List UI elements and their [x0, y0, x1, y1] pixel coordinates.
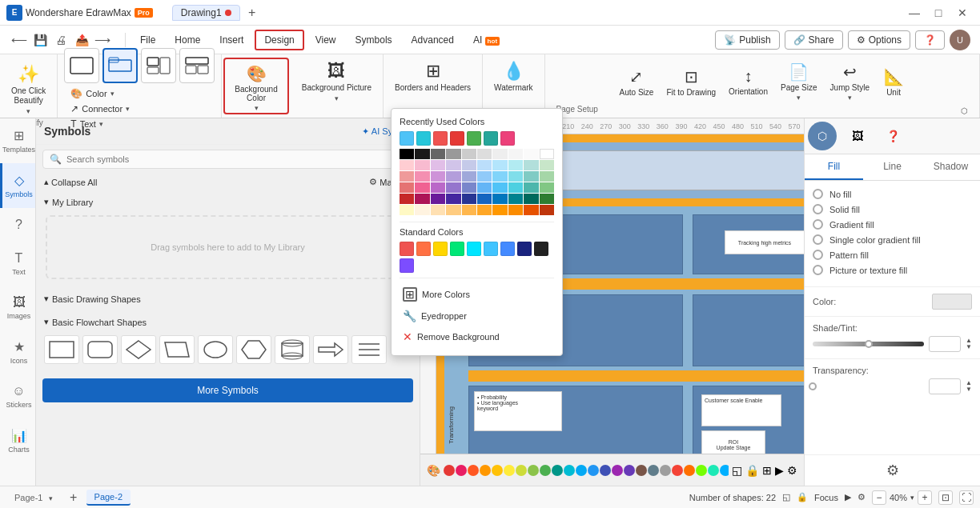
color-dot[interactable]	[648, 465, 659, 476]
cp-cell[interactable]	[431, 205, 445, 215]
box-5[interactable]: • Probability • Use languages keyword	[468, 386, 683, 454]
menu-advanced[interactable]: Advanced	[404, 31, 462, 49]
transparency-percent-input[interactable]: 0 %	[929, 378, 961, 394]
cp-cell[interactable]	[492, 160, 507, 170]
box-4[interactable]	[693, 294, 804, 366]
shape-btn-1[interactable]	[64, 48, 99, 83]
cp-color-6[interactable]	[484, 131, 498, 146]
more-symbols-btn[interactable]: More Symbols	[42, 378, 413, 402]
menu-symbols[interactable]: Symbols	[347, 31, 400, 49]
cp-cell[interactable]	[540, 182, 554, 193]
color-dot[interactable]	[600, 465, 611, 476]
fill-gradient[interactable]: Gradient fill	[813, 219, 972, 230]
shape-btn-3[interactable]	[141, 48, 176, 83]
cp-cell[interactable]	[524, 171, 538, 182]
add-page-btn[interactable]: +	[66, 490, 82, 506]
borders-btn[interactable]: ⊞ Borders and Headers	[388, 58, 477, 96]
help-mode-icon[interactable]: ❓	[878, 122, 907, 150]
shape-item-parallelogram[interactable]	[159, 335, 195, 364]
bg-color-btn[interactable]: 🎨 BackgroundColor ▾	[228, 61, 283, 115]
zoom-in-btn[interactable]: +	[918, 490, 932, 505]
save-btn[interactable]: 💾	[30, 30, 50, 50]
color-dot[interactable]	[696, 465, 707, 476]
cp-cell[interactable]	[492, 182, 507, 193]
cp-cell[interactable]	[415, 205, 429, 215]
cp-std-9[interactable]	[534, 242, 548, 256]
bg-picture-btn[interactable]: 🖼 Background Picture ▾	[295, 58, 378, 106]
options-btn[interactable]: ⚙ Options	[848, 30, 910, 50]
cp-cell[interactable]	[508, 182, 523, 193]
color-dot[interactable]	[504, 465, 515, 476]
play-icon[interactable]: ▶	[775, 464, 784, 477]
auto-size-btn[interactable]: ⤢ Auto Size	[615, 64, 659, 100]
transparency-down-arrow[interactable]: ▼	[966, 386, 972, 393]
sidebar-tab-images[interactable]: 🖼 Images	[0, 286, 35, 330]
cp-cell[interactable]	[477, 171, 492, 182]
fill-single-gradient[interactable]: Single color gradient fill	[813, 234, 972, 245]
cp-cell[interactable]	[508, 194, 523, 204]
fit-page-btn[interactable]: ⊡	[938, 490, 953, 505]
menu-view[interactable]: View	[307, 31, 344, 49]
layers-ctrl[interactable]: ◱	[782, 492, 790, 502]
my-library-title[interactable]: ▾ My Library	[42, 194, 413, 210]
share-btn[interactable]: 🔗 Share	[785, 30, 843, 50]
layers-icon[interactable]: ◱	[732, 464, 742, 477]
cp-std-3[interactable]	[433, 242, 448, 256]
image-mode-icon[interactable]: 🖼	[843, 122, 872, 150]
cp-cell[interactable]	[524, 205, 538, 215]
cp-std-6[interactable]	[484, 242, 498, 256]
cp-cell[interactable]	[400, 205, 414, 215]
cp-cell[interactable]	[415, 160, 429, 170]
shade-down-arrow[interactable]: ▼	[966, 344, 972, 350]
color-dot[interactable]	[468, 465, 479, 476]
cp-cell[interactable]	[477, 182, 492, 193]
shade-percent-input[interactable]: 0 %	[929, 336, 961, 352]
cp-cell[interactable]	[431, 160, 445, 170]
lock-icon[interactable]: 🔒	[745, 464, 759, 477]
cp-std-5[interactable]	[467, 242, 481, 256]
cp-cell[interactable]	[492, 149, 507, 159]
tab-shadow[interactable]: Shadow	[922, 154, 980, 180]
fill-solid[interactable]: Solid fill	[813, 204, 972, 214]
page-setup-expand[interactable]: ⬡	[961, 106, 968, 115]
play-ctrl[interactable]: ▶	[845, 492, 851, 502]
cp-std-8[interactable]	[517, 242, 532, 256]
color-dot[interactable]	[684, 465, 695, 476]
probability-box[interactable]: • Probability • Use languages keyword	[474, 391, 562, 431]
cp-cell[interactable]	[540, 149, 554, 159]
sidebar-tab-charts[interactable]: 📊 Charts	[0, 418, 35, 463]
cp-cell[interactable]	[462, 182, 476, 193]
search-input[interactable]	[66, 154, 406, 164]
cp-cell[interactable]	[462, 194, 476, 204]
sidebar-tab-templates[interactable]: ⊞ Templates	[0, 118, 35, 163]
fill-mode-icon[interactable]: ⬡	[808, 122, 837, 150]
cp-cell[interactable]	[477, 194, 492, 204]
tracking-box[interactable]: Tracking high metrics	[725, 230, 804, 254]
cp-color-1[interactable]	[400, 131, 414, 146]
color-dot[interactable]	[624, 465, 635, 476]
shape-item-rect[interactable]	[44, 335, 79, 364]
tab-line[interactable]: Line	[863, 154, 922, 180]
color-dot[interactable]	[528, 465, 539, 476]
cp-cell[interactable]	[462, 149, 476, 159]
cp-cell[interactable]	[492, 205, 507, 215]
cp-std-1[interactable]	[400, 242, 414, 256]
zoom-dropdown-arrow[interactable]: ▾	[910, 494, 914, 502]
color-dot[interactable]	[660, 465, 671, 476]
shape-item-arrow[interactable]	[313, 335, 348, 364]
cp-eyedropper-btn[interactable]: 🔧 Eyedropper	[400, 306, 554, 326]
one-click-beautify-btn[interactable]: ✨ One ClickBeautify ▾	[5, 61, 52, 118]
cp-cell[interactable]	[431, 194, 445, 204]
cp-cell[interactable]	[477, 149, 492, 159]
transparency-slider-track[interactable]	[813, 384, 924, 389]
collapse-all-btn[interactable]: ▴ Collapse All	[44, 177, 97, 187]
cp-cell[interactable]	[492, 171, 507, 182]
cp-std-7[interactable]	[500, 242, 515, 256]
page-size-btn[interactable]: 📄 Page Size ▾	[776, 59, 822, 105]
cp-std-2[interactable]	[416, 242, 431, 256]
lock-ctrl[interactable]: 🔒	[797, 492, 808, 502]
cp-cell[interactable]	[400, 194, 414, 204]
cp-cell[interactable]	[524, 160, 538, 170]
back-btn[interactable]: ⟵	[10, 30, 29, 50]
shape-item-rounded-rect[interactable]	[82, 335, 118, 364]
